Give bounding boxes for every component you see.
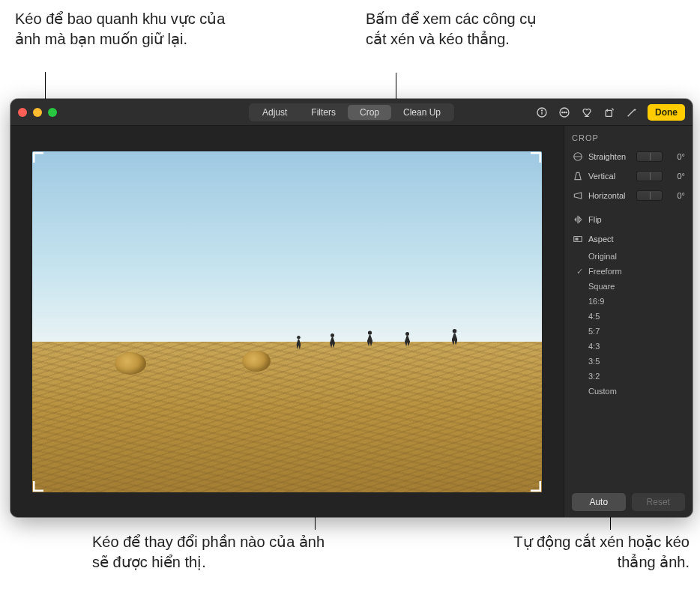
photo-ground [32,342,542,492]
aspect-list: Original Freeform Square 16:9 4:5 5:7 4:… [572,249,685,399]
edit-mode-tabs: Adjust Filters Crop Clean Up [249,103,454,121]
hay-bale [115,352,146,375]
done-button[interactable]: Done [648,104,685,121]
canvas-area [10,126,564,517]
minimize-window-icon[interactable] [33,108,42,117]
tab-cleanup[interactable]: Clean Up [391,105,453,120]
aspect-4-5[interactable]: 4:5 [572,309,685,324]
straighten-icon [572,151,584,163]
sidebar-title: CROP [572,133,685,142]
vertical-value: 0° [667,172,685,181]
runner [328,333,336,350]
runner [403,332,411,348]
svg-point-4 [562,112,563,112]
runner [366,330,374,348]
aspect-5-7[interactable]: 5:7 [572,324,685,339]
enhance-icon[interactable] [625,106,639,119]
aspect-3-5[interactable]: 3:5 [572,354,685,369]
vertical-perspective-icon [572,170,584,182]
aspect-3-2[interactable]: 3:2 [572,369,685,384]
tab-crop[interactable]: Crop [348,105,391,120]
horizontal-label: Horizontal [588,191,632,200]
titlebar: Adjust Filters Crop Clean Up Done [10,99,693,126]
reset-button[interactable]: Reset [632,493,686,511]
close-window-icon[interactable] [18,108,27,117]
callout-bottom-right: Tự động cắt xén hoặc kéo thẳng ảnh. [472,532,690,573]
svg-rect-11 [576,238,579,241]
toolbar-right: Done [535,104,685,121]
info-icon[interactable] [535,106,549,119]
vertical-slider[interactable] [636,171,663,181]
more-icon[interactable] [558,106,571,119]
horizontal-row[interactable]: Horizontal 0° [572,187,685,204]
window-controls [18,108,57,117]
svg-point-5 [564,112,564,112]
aspect-square[interactable]: Square [572,279,685,294]
tab-adjust[interactable]: Adjust [250,105,299,120]
callout-bottom-left: Kéo để thay đổi phần nào của ảnh sẽ được… [92,532,332,573]
rotate-icon[interactable] [603,106,616,119]
aspect-freeform[interactable]: Freeform [572,264,685,279]
photo-crop-frame[interactable] [32,151,542,492]
aspect-custom[interactable]: Custom [572,384,685,399]
flip-row[interactable]: Flip [572,211,685,228]
aspect-4-3[interactable]: 4:3 [572,339,685,354]
horizontal-value: 0° [667,191,685,200]
aspect-original[interactable]: Original [572,249,685,264]
vertical-label: Vertical [588,172,632,181]
aspect-row[interactable]: Aspect [572,231,685,247]
horizontal-perspective-icon [572,190,584,202]
svg-point-6 [566,112,567,112]
flip-label: Flip [588,215,602,224]
svg-point-2 [541,109,542,110]
aspect-16-9[interactable]: 16:9 [572,294,685,309]
zoom-window-icon[interactable] [48,108,57,117]
hay-bale [242,351,271,372]
favorite-icon[interactable] [580,106,594,119]
crop-sidebar: CROP Straighten 0° Vertical 0° [564,126,693,517]
runner [450,328,459,346]
editor-body: CROP Straighten 0° Vertical 0° [10,126,693,517]
callout-top-right: Bấm để xem các công cụ cắt xén và kéo th… [366,9,561,49]
aspect-label: Aspect [588,235,614,244]
flip-icon [572,214,584,226]
vertical-row[interactable]: Vertical 0° [572,168,685,184]
straighten-value: 0° [667,152,685,161]
callout-top-left: Kéo để bao quanh khu vực của ảnh mà bạn … [15,9,240,49]
aspect-icon [572,233,584,245]
svg-rect-7 [606,110,612,116]
horizontal-slider[interactable] [636,190,663,201]
runner [295,336,302,351]
auto-button[interactable]: Auto [572,493,626,511]
tab-filters[interactable]: Filters [299,105,348,120]
photos-crop-window: Adjust Filters Crop Clean Up Done [10,99,693,517]
sidebar-footer: Auto Reset [572,493,685,511]
straighten-label: Straighten [588,152,632,161]
straighten-slider[interactable] [636,151,663,162]
straighten-row[interactable]: Straighten 0° [572,148,685,165]
